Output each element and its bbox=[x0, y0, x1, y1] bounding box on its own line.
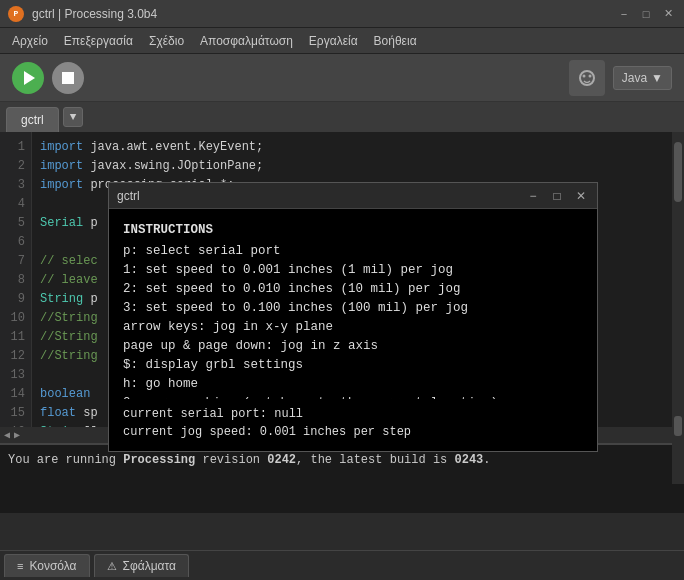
modal-dialog: gctrl − □ ✕ INSTRUCTIONS p: select seria… bbox=[108, 182, 598, 452]
instruction-line: 2: set speed to 0.010 inches (10 mil) pe… bbox=[123, 280, 583, 299]
modal-controls: − □ ✕ bbox=[525, 189, 589, 203]
instruction-line: page up & page down: jog in z axis bbox=[123, 337, 583, 356]
serial-port-status: current serial port: null bbox=[123, 405, 583, 423]
modal-title: gctrl bbox=[117, 189, 525, 203]
jog-speed-status: current jog speed: 0.001 inches per step bbox=[123, 423, 583, 441]
instruction-line: arrow keys: jog in x-y plane bbox=[123, 318, 583, 337]
modal-close[interactable]: ✕ bbox=[573, 189, 589, 203]
modal-overlay: gctrl − □ ✕ INSTRUCTIONS p: select seria… bbox=[0, 0, 684, 580]
instruction-line: 3: set speed to 0.100 inches (100 mil) p… bbox=[123, 299, 583, 318]
instruction-line: 1: set speed to 0.001 inches (1 mil) per… bbox=[123, 261, 583, 280]
modal-body: INSTRUCTIONS p: select serial port 1: se… bbox=[109, 209, 597, 399]
instruction-line: $: display grbl settings bbox=[123, 356, 583, 375]
modal-footer: current serial port: null current jog sp… bbox=[109, 399, 597, 451]
instructions-title: INSTRUCTIONS bbox=[123, 221, 583, 240]
modal-minimize[interactable]: − bbox=[525, 189, 541, 203]
instruction-line: p: select serial port bbox=[123, 242, 583, 261]
modal-maximize[interactable]: □ bbox=[549, 189, 565, 203]
instruction-line: h: go home bbox=[123, 375, 583, 394]
modal-titlebar: gctrl − □ ✕ bbox=[109, 183, 597, 209]
